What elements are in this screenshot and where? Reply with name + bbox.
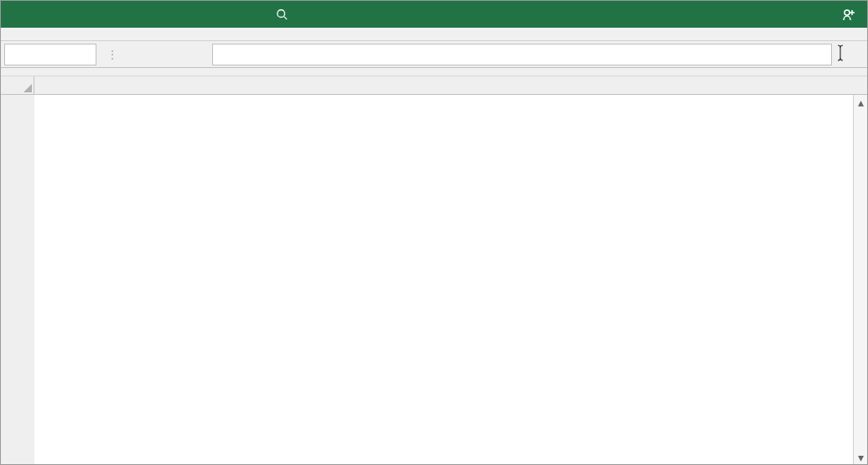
tell-me-search[interactable] [268, 8, 299, 20]
share-button[interactable] [834, 8, 867, 21]
spacer [1, 68, 867, 76]
ribbon-tab-insert[interactable] [56, 1, 80, 28]
select-all-corner[interactable] [1, 76, 34, 94]
scroll-up-arrow-icon[interactable]: ▴ [854, 95, 867, 109]
column-header-row [1, 76, 867, 95]
ribbon-tab-help[interactable] [244, 1, 268, 28]
formula-bar: ⋮ [1, 41, 867, 68]
name-box-wrap [4, 44, 96, 65]
scroll-down-arrow-icon[interactable]: ▾ [854, 450, 867, 464]
ribbon-tab-page-layout[interactable] [80, 1, 103, 28]
row-headers [1, 95, 34, 464]
text-cursor-icon [835, 44, 845, 65]
grid-area: ▴ ▾ [1, 95, 867, 464]
ribbon-tab-developer[interactable] [221, 1, 244, 28]
search-icon [276, 8, 288, 20]
share-icon [842, 8, 855, 21]
cancel-button[interactable] [127, 44, 152, 65]
ribbon-tab-formulas[interactable] [103, 1, 127, 28]
vertical-scrollbar[interactable]: ▴ ▾ [853, 95, 867, 464]
ribbon-tab-home[interactable] [33, 1, 56, 28]
ribbon-menu [1, 1, 867, 28]
ribbon-tab-data[interactable] [127, 1, 150, 28]
ribbon-tab-view[interactable] [197, 1, 221, 28]
insert-function-button[interactable] [184, 44, 209, 65]
ribbon-tab-file[interactable] [9, 1, 33, 28]
svg-line-1 [284, 17, 288, 20]
ribbon-collapsed-strip [1, 28, 867, 41]
ribbon-tab-review[interactable] [150, 1, 174, 28]
formula-input[interactable] [212, 44, 832, 65]
name-box-dropdown[interactable] [81, 44, 94, 65]
name-box[interactable] [5, 44, 81, 65]
cells-area[interactable] [34, 95, 853, 464]
resize-handle-icon[interactable]: ⋮ [100, 48, 123, 61]
svg-point-2 [845, 10, 850, 15]
svg-point-0 [278, 10, 285, 18]
ribbon-tab-share[interactable] [174, 1, 197, 28]
confirm-button[interactable] [155, 44, 180, 65]
app-window: ⋮ ▴ ▾ [0, 0, 868, 465]
